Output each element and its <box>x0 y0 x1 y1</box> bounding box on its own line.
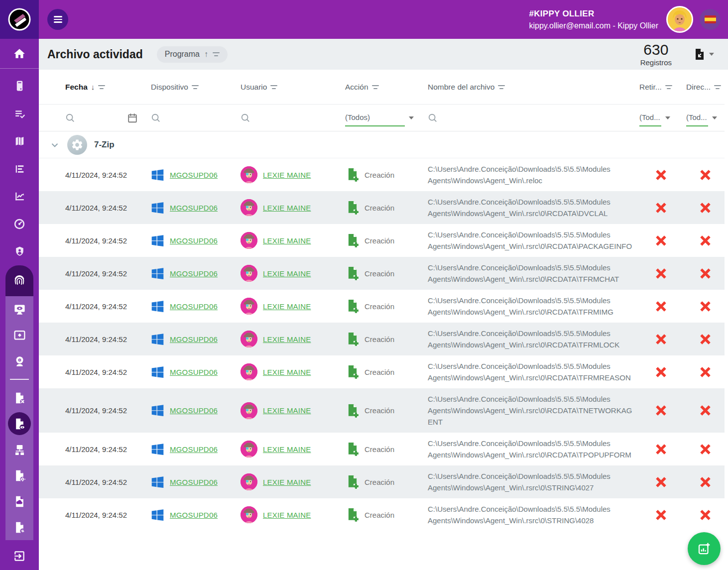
device-link[interactable]: MGOSUPD06 <box>170 511 218 519</box>
file-path: C:\Users\Andre.Conceição\Downloads\5.5\5… <box>424 433 635 465</box>
sidebar-item-webcam[interactable] <box>5 348 33 374</box>
sidebar-item-file-cloud[interactable] <box>5 488 33 514</box>
x-mark-icon <box>699 234 712 247</box>
table-row[interactable]: 4/11/2024, 9:24:52 MGOSUPD06 LEXIE MAINE… <box>39 498 725 531</box>
user-link[interactable]: LEXIE MAINE <box>263 335 311 343</box>
language-button[interactable] <box>700 9 721 30</box>
filter-icon[interactable] <box>665 85 672 89</box>
chart-line-icon <box>13 190 26 203</box>
sidebar-item-screen-watch[interactable] <box>5 296 33 322</box>
filter-icon[interactable] <box>192 85 199 89</box>
table-row[interactable]: 4/11/2024, 9:24:52 MGOSUPD06 LEXIE MAINE… <box>39 257 725 290</box>
user-link[interactable]: LEXIE MAINE <box>263 236 311 245</box>
x-mark-icon <box>655 366 667 378</box>
retirado-cell <box>635 290 682 323</box>
sidebar-item-home[interactable] <box>0 39 39 69</box>
sidebar-item-accounts[interactable] <box>0 238 39 266</box>
add-report-button[interactable] <box>688 532 721 565</box>
table-row[interactable]: 4/11/2024, 9:24:52 MGOSUPD06 LEXIE MAINE… <box>39 433 725 465</box>
chevron-down-icon[interactable] <box>49 139 60 150</box>
group-row-7zip[interactable]: 7-Zip <box>39 131 728 158</box>
sidebar-item-map[interactable] <box>0 127 39 155</box>
table-row[interactable]: 4/11/2024, 9:24:52 MGOSUPD06 LEXIE MAINE… <box>39 465 725 498</box>
sidebar-item-screenshots[interactable] <box>5 322 33 348</box>
user-link[interactable]: LEXIE MAINE <box>263 302 311 311</box>
scrollbar-track[interactable] <box>725 70 728 570</box>
calendar-icon[interactable] <box>127 113 138 123</box>
menu-button[interactable] <box>47 9 68 30</box>
device-link[interactable]: MGOSUPD06 <box>170 302 218 311</box>
user-link[interactable]: LEXIE MAINE <box>263 478 311 486</box>
sidebar-item-tasks[interactable] <box>0 100 39 128</box>
sidebar-item-file-activity[interactable] <box>5 411 33 437</box>
user-link[interactable]: LEXIE MAINE <box>263 204 311 212</box>
sidebar-item-analytics[interactable] <box>0 183 39 211</box>
sidebar-item-file-transfer[interactable] <box>5 514 33 540</box>
sidebar-item-file-blocked[interactable] <box>5 385 33 411</box>
group-by-chip[interactable]: Programa ↑ <box>157 46 228 63</box>
device-link[interactable]: MGOSUPD06 <box>170 335 218 343</box>
column-header-retirado[interactable]: Retir... <box>635 70 682 104</box>
column-header-dispositivo[interactable]: Dispositivo <box>147 70 237 104</box>
avatar[interactable] <box>666 6 693 33</box>
device-link[interactable]: MGOSUPD06 <box>170 406 218 415</box>
table-row[interactable]: 4/11/2024, 9:24:52 MGOSUPD06 LEXIE MAINE… <box>39 191 725 224</box>
table-row[interactable]: 4/11/2024, 9:24:52 MGOSUPD06 LEXIE MAINE… <box>39 323 725 355</box>
device-link[interactable]: MGOSUPD06 <box>170 236 218 245</box>
filter-icon[interactable] <box>270 85 277 89</box>
device-link[interactable]: MGOSUPD06 <box>170 445 218 454</box>
user-link[interactable]: LEXIE MAINE <box>263 445 311 454</box>
task-list-icon <box>13 108 26 120</box>
column-header-direccion[interactable]: Direc... <box>682 70 725 104</box>
file-path: C:\Users\Andre.Conceição\Downloads\5.5\5… <box>424 465 635 498</box>
table-row[interactable]: 4/11/2024, 9:24:52 MGOSUPD06 LEXIE MAINE… <box>39 158 725 191</box>
user-link[interactable]: LEXIE MAINE <box>263 171 311 179</box>
direccion-select[interactable]: (Tod... <box>686 109 717 126</box>
column-header-fecha[interactable]: Fecha ↓ <box>61 70 147 104</box>
date-cell: 4/11/2024, 9:24:52 <box>61 224 147 257</box>
device-link[interactable]: MGOSUPD06 <box>170 368 218 376</box>
direccion-cell <box>682 388 725 433</box>
sidebar-item-activity-group[interactable] <box>5 265 33 296</box>
filter-dispositivo[interactable] <box>147 105 237 131</box>
sidebar-item-devices[interactable] <box>0 72 39 100</box>
user-link[interactable]: LEXIE MAINE <box>263 269 311 278</box>
retirado-select[interactable]: (Tod... <box>639 109 670 126</box>
table-row[interactable]: 4/11/2024, 9:24:52 MGOSUPD06 LEXIE MAINE… <box>39 388 725 433</box>
windows-icon <box>151 234 164 247</box>
user-link[interactable]: LEXIE MAINE <box>263 368 311 376</box>
device-cell: MGOSUPD06 <box>147 388 237 433</box>
table-row[interactable]: 4/11/2024, 9:24:52 MGOSUPD06 LEXIE MAINE… <box>39 355 725 388</box>
device-link[interactable]: MGOSUPD06 <box>170 204 218 212</box>
table-row[interactable]: 4/11/2024, 9:24:52 MGOSUPD06 LEXIE MAINE… <box>39 290 725 323</box>
device-link[interactable]: MGOSUPD06 <box>170 269 218 278</box>
user-link[interactable]: LEXIE MAINE <box>263 511 311 519</box>
column-header-accion[interactable]: Acción <box>341 70 424 104</box>
sidebar-item-logout[interactable] <box>0 544 39 569</box>
column-header-usuario[interactable]: Usuario <box>237 70 341 104</box>
export-button[interactable] <box>695 48 714 60</box>
column-header-nombre-archivo[interactable]: Nombre del archivo <box>424 70 635 104</box>
x-mark-icon <box>699 202 712 214</box>
table-row[interactable]: 4/11/2024, 9:24:52 MGOSUPD06 LEXIE MAINE… <box>39 224 725 257</box>
sidebar-main-items <box>0 72 39 266</box>
sidebar-item-file-settings[interactable] <box>5 462 33 488</box>
device-link[interactable]: MGOSUPD06 <box>170 478 218 486</box>
filter-icon[interactable] <box>714 85 721 89</box>
app-logo[interactable] <box>0 0 39 39</box>
sidebar-item-dashboard[interactable] <box>0 211 39 238</box>
filter-icon[interactable] <box>98 85 105 89</box>
filter-usuario[interactable] <box>237 105 341 131</box>
filter-fecha[interactable] <box>61 105 147 131</box>
file-path: C:\Users\Andre.Conceição\Downloads\5.5\5… <box>424 388 635 433</box>
filter-icon[interactable] <box>498 85 505 89</box>
filter-nombre-archivo[interactable] <box>424 105 635 131</box>
sidebar-item-network-share[interactable] <box>5 437 33 462</box>
sidebar-item-structure[interactable] <box>0 155 39 183</box>
filter-icon[interactable] <box>372 85 379 89</box>
chevron-down-icon <box>709 53 714 56</box>
export-file-icon <box>695 48 705 60</box>
user-link[interactable]: LEXIE MAINE <box>263 406 311 415</box>
device-link[interactable]: MGOSUPD06 <box>170 171 218 179</box>
accion-select[interactable]: (Todos) <box>345 109 414 126</box>
